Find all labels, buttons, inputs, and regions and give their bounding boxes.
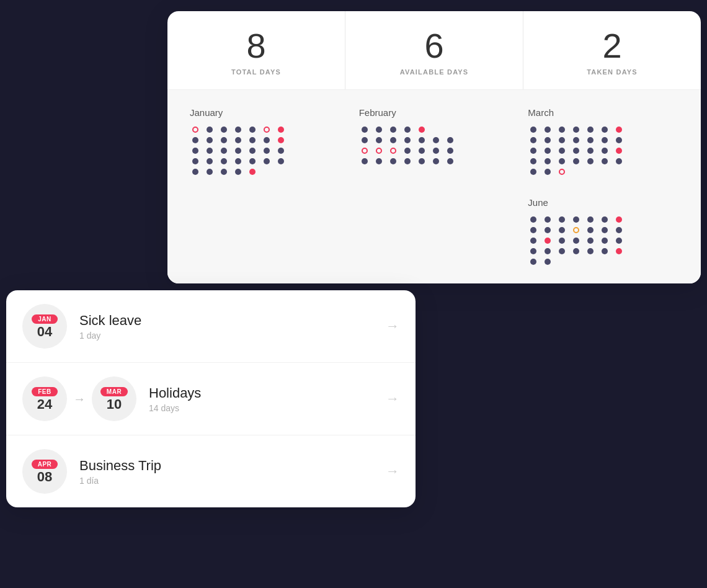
calendar-dot (530, 259, 536, 265)
calendar-dot (530, 216, 536, 223)
end-date-badge: MAR10 (92, 376, 136, 421)
calendar-dot (573, 169, 579, 175)
calendar-dot (404, 127, 411, 133)
calendar-dot (249, 148, 256, 154)
calendar-section: JanuaryFebruaryMarchJune (167, 90, 701, 283)
calendar-dot (278, 148, 284, 154)
calendar-dot (207, 148, 213, 154)
calendar-dot (192, 148, 198, 154)
dot-grid (528, 127, 678, 175)
range-arrow-icon: → (73, 392, 86, 406)
calendar-dot (587, 169, 594, 175)
event-item[interactable]: JAN04Sick leave1 day→ (6, 290, 416, 363)
calendar-dot (249, 127, 256, 133)
calendar-dot (447, 127, 453, 133)
calendar-dot (433, 127, 439, 133)
calendar-dot (616, 238, 622, 244)
calendar-dot (573, 158, 579, 164)
badge-month: APR (32, 460, 58, 469)
month-block: February (359, 107, 510, 175)
month-name: June (528, 197, 678, 208)
event-title: Holidays (149, 385, 386, 401)
month-name: February (359, 107, 510, 118)
calendar-dot (404, 137, 411, 143)
calendar-dot (192, 169, 198, 175)
calendar-dot (362, 158, 368, 164)
calendar-dot (264, 158, 270, 164)
event-duration: 1 day (79, 331, 386, 341)
calendar-dot (559, 259, 565, 265)
calendar-dot (587, 137, 594, 143)
badge-month: MAR (100, 387, 128, 396)
calendar-dot (433, 148, 439, 154)
calendar-dot (573, 216, 579, 223)
calendar-dot (587, 148, 594, 154)
calendar-dot (264, 169, 270, 175)
calendar-dot (278, 169, 284, 175)
calendar-dot (545, 248, 551, 254)
calendar-dot (192, 158, 198, 164)
calendar-dot (390, 127, 396, 133)
calendar-dot (207, 158, 213, 164)
event-nav-arrow-icon[interactable]: → (386, 391, 399, 407)
calendar-dot (249, 137, 256, 143)
event-info: Sick leave1 day (79, 313, 386, 341)
calendar-dot (530, 158, 536, 164)
badge-day: 08 (37, 470, 52, 484)
month-block: January (190, 107, 340, 175)
calendar-dot (559, 238, 565, 244)
calendar-dot (221, 127, 227, 133)
calendar-dot (264, 137, 270, 143)
calendar-dot (545, 127, 551, 133)
calendar-dot (278, 158, 284, 164)
calendar-dot (545, 227, 551, 233)
calendar-dot (235, 148, 241, 154)
event-nav-arrow-icon[interactable]: → (386, 463, 399, 479)
event-duration: 14 days (149, 403, 386, 413)
calendar-dot (192, 137, 198, 143)
stats-row: 8 TOTAL DAYS 6 AVAILABLE DAYS 2 TAKEN DA… (167, 11, 701, 90)
event-info: Holidays14 days (149, 385, 386, 413)
calendar-dot (616, 169, 622, 175)
badge-month: JAN (32, 314, 58, 324)
event-item[interactable]: FEB24→MAR10Holidays14 days→ (6, 363, 416, 435)
calendar-dot (573, 248, 579, 254)
calendar-dot (602, 148, 608, 154)
calendar-dot (602, 127, 608, 133)
calendar-dot (530, 227, 536, 233)
calendar-dot (419, 148, 425, 154)
event-nav-arrow-icon[interactable]: → (386, 318, 399, 334)
calendar-dot (530, 148, 536, 154)
calendar-dot (587, 227, 594, 233)
calendar-dot (207, 169, 213, 175)
calendar-dot (559, 248, 565, 254)
calendar-dot (573, 127, 579, 133)
stat-total-label: TOTAL DAYS (231, 68, 281, 76)
calendar-dot (530, 238, 536, 244)
calendar-dot (559, 158, 565, 164)
calendar-dot (530, 169, 536, 175)
start-date-badge: FEB24 (22, 376, 67, 421)
stat-available-label: AVAILABLE DAYS (400, 68, 469, 76)
stat-taken: 2 TAKEN DAYS (523, 11, 701, 89)
calendar-dot (433, 158, 439, 164)
calendar-dot (616, 127, 622, 133)
calendar-dot (602, 227, 608, 233)
calendar-dot (235, 127, 241, 133)
event-item[interactable]: APR08Business Trip1 día→ (6, 435, 416, 507)
calendar-dot (390, 137, 396, 143)
event-info: Business Trip1 día (79, 458, 386, 486)
calendar-dot (587, 216, 594, 223)
dot-grid (528, 216, 678, 265)
events-card: JAN04Sick leave1 day→FEB24→MAR10Holidays… (6, 290, 416, 507)
calendar-dot (587, 158, 594, 164)
calendar-dot (573, 227, 579, 233)
calendar-dot (559, 148, 565, 154)
calendar-dot (376, 137, 382, 143)
badge-day: 24 (37, 398, 52, 411)
event-duration: 1 día (79, 476, 386, 486)
calendar-dot (602, 137, 608, 143)
calendar-dot (530, 137, 536, 143)
calendar-dot (419, 127, 425, 133)
dot-grid (190, 127, 340, 175)
